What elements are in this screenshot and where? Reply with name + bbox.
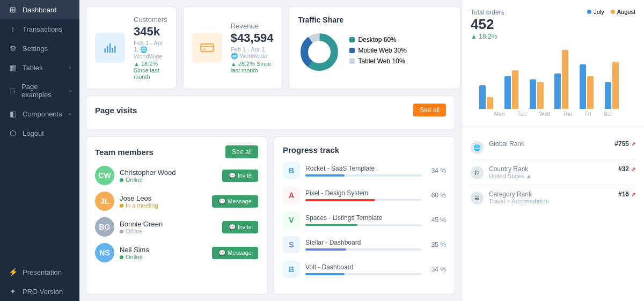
member-row: NS Neil Sims Online 💬 Message <box>95 243 258 262</box>
sidebar-item-tables[interactable]: ▦ Tables › <box>0 58 79 77</box>
member-action-button[interactable]: 💬 Message <box>212 195 258 208</box>
bar-august <box>587 76 594 109</box>
member-info: Jose Leos In a meeting <box>120 194 207 209</box>
rank-label: Global Rank <box>489 140 524 148</box>
progress-item-icon: B <box>283 261 300 278</box>
progress-bar-bg <box>305 248 421 251</box>
rank-value: #32 ↗ <box>618 165 635 173</box>
table-title: Page visits <box>95 106 137 115</box>
bar-labels: MonTueWedThuFriSat <box>479 109 627 119</box>
bar-label: Sat <box>604 111 612 117</box>
sidebar-item-label: Transactions <box>23 25 62 33</box>
customers-info: Customers 345k Feb 1 - Apr 1, 🌐 WorldWid… <box>134 16 167 80</box>
team-card: Team members See all CW Christopher Wood… <box>86 136 267 295</box>
july-legend: July <box>587 9 604 15</box>
member-action-button[interactable]: 💬 Invite <box>222 221 258 233</box>
sidebar-item-label: PRO Version <box>23 288 63 296</box>
mobile-dot <box>349 48 355 53</box>
sidebar-item-transactions[interactable]: ↕ Transactions <box>0 19 79 39</box>
tablet-label: Tablet Web 10% <box>358 57 405 65</box>
bar-august <box>487 97 493 109</box>
desktop-legend: Desktop 60% <box>349 36 407 43</box>
tablet-dot <box>349 58 355 64</box>
member-info: Christopher Wood Online <box>120 168 217 183</box>
member-row: CW Christopher Wood Online 💬 Invite <box>95 166 258 185</box>
bar-july <box>554 74 561 109</box>
member-name: Jose Leos <box>120 194 207 202</box>
member-row: JL Jose Leos In a meeting 💬 Message <box>95 192 258 211</box>
bar-group <box>530 79 552 109</box>
revenue-card: Revenue $43,594 Feb 1 - Apr 1, 🌐 Worldwi… <box>183 6 283 89</box>
member-action-button[interactable]: 💬 Message <box>212 247 258 259</box>
sidebar-item-label: Logout <box>23 129 44 137</box>
progress-bar-bg <box>305 273 421 275</box>
bar-july <box>580 64 586 109</box>
components-icon: ◧ <box>9 109 17 118</box>
team-title: Team members <box>95 148 153 157</box>
rank-item: 🌐 Global Rank #755 ↗ <box>471 135 635 160</box>
page-visits-see-all-button[interactable]: See all <box>413 104 446 116</box>
progress-title: Progress track <box>283 145 339 155</box>
rank-trend-icon: ↗ <box>631 192 635 197</box>
revenue-value: $43,594 <box>231 31 274 45</box>
progress-item-icon: S <box>283 236 300 253</box>
bar-label: Thu <box>563 111 572 117</box>
transactions-icon: ↕ <box>9 25 17 33</box>
rank-sub: United States ▲ <box>489 173 532 179</box>
rank-value: #16 ↗ <box>618 190 635 198</box>
member-action-button[interactable]: 💬 Invite <box>222 170 258 182</box>
progress-item-name: Spaces - Listings Template <box>305 214 421 222</box>
august-legend: August <box>611 9 635 15</box>
progress-item-info: Pixel - Design System <box>305 189 421 201</box>
customers-icon <box>95 33 125 63</box>
progress-bar-fill <box>305 174 345 177</box>
bar-august <box>612 62 619 109</box>
orders-section: Total orders 452 ▲ 18.2% July August <box>462 0 644 128</box>
team-see-all-button[interactable]: See all <box>225 145 258 158</box>
sidebar-item-label: Presentation <box>23 268 62 276</box>
sidebar-item-page-examples[interactable]: □ Page examples › <box>0 77 79 104</box>
bar-july <box>605 82 611 109</box>
avatar: BG <box>95 217 114 237</box>
star-icon: ✦ <box>9 287 17 296</box>
progress-item: B Volt - Dashboard 34 % <box>283 261 446 278</box>
bar-group <box>504 70 526 109</box>
rank-info: Country Rank United States ▲ <box>489 165 532 179</box>
sidebar-item-dashboard[interactable]: ⊞ Dashboard <box>0 0 79 19</box>
bar-july <box>504 76 511 109</box>
sidebar-item-presentation[interactable]: ⚡ Presentation <box>0 262 79 282</box>
progress-pct: 35 % <box>427 241 446 248</box>
rank-label: Country Rank <box>489 165 532 173</box>
rank-trend-icon: ↗ <box>631 141 635 147</box>
rank-item: 🏳 Country Rank United States ▲ #32 ↗ <box>471 160 635 185</box>
sidebar-item-pro[interactable]: ✦ PRO Version <box>0 282 79 301</box>
progress-item-name: Stellar - Dashboard <box>305 239 421 246</box>
chevron-right-icon: › <box>69 88 71 94</box>
revenue-date: Feb 1 - Apr 1, 🌐 Worldwide <box>231 46 274 60</box>
rank-item: ☰ Category Rank Travel > Accomodation #1… <box>471 185 635 210</box>
col-views: Page Views <box>222 124 297 130</box>
member-name: Christopher Wood <box>120 168 217 177</box>
tablet-legend: Tablet Web 10% <box>349 57 407 65</box>
sidebar: ⊞ Dashboard ↕ Transactions ⚙ Settings ▦ … <box>0 0 79 301</box>
progress-pct: 60 % <box>427 192 446 199</box>
member-status: In a meeting <box>120 202 207 209</box>
progress-pct: 34 % <box>427 167 446 174</box>
sidebar-item-components[interactable]: ◧ Components › <box>0 104 79 123</box>
tables-icon: ▦ <box>9 63 17 72</box>
progress-header: Progress track <box>283 145 446 155</box>
progress-item-name: Pixel - Design System <box>305 189 421 197</box>
progress-bar-fill <box>305 199 375 201</box>
bar-august <box>562 50 568 109</box>
member-name: Bonnie Green <box>120 220 217 228</box>
sidebar-item-logout[interactable]: ⬡ Logout <box>0 123 79 143</box>
customers-date: Feb 1 - Apr 1, 🌐 WorldWide <box>134 40 167 60</box>
member-status: Offline <box>120 228 217 234</box>
sidebar-item-settings[interactable]: ⚙ Settings <box>0 39 79 58</box>
bar-label: Tue <box>517 111 526 117</box>
bar-label: Fri <box>585 111 591 117</box>
progress-item: B Rocket - SaaS Template 34 % <box>283 162 446 179</box>
team-header: Team members See all <box>95 145 258 158</box>
rank-label: Category Rank <box>489 190 549 198</box>
avatar: JL <box>95 192 114 211</box>
